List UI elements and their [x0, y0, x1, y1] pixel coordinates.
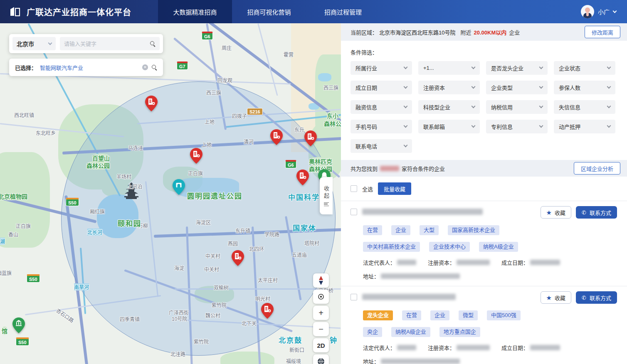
info-label: 注册资本： [428, 344, 455, 352]
search-icon[interactable] [150, 41, 156, 47]
map-search-card: 北京市 [9, 34, 163, 53]
region-prefix: 当前区域： [351, 28, 378, 36]
select-all-checkbox[interactable] [351, 185, 357, 192]
filter-dropdown[interactable]: 动产抵押 [554, 120, 615, 133]
selected-industry-value: 智能网联汽车产业 [40, 64, 139, 71]
mode-2d-button[interactable]: 2D [313, 338, 329, 352]
chevron-down-icon [607, 65, 611, 69]
nav-tab-1[interactable]: 大数据精准招商 [158, 0, 232, 23]
chevron-down-icon [539, 124, 543, 128]
red-map-pin[interactable] [304, 130, 317, 146]
company-address-row: 地址： [363, 272, 617, 280]
select-all-row: 全选 批量收藏 [341, 177, 627, 201]
contact-button[interactable]: ✆联系方式 [576, 206, 617, 219]
filter-dropdown[interactable]: 联系电话 [351, 139, 412, 153]
filter-section-title: 条件筛选： [341, 41, 627, 61]
edit-distance-button[interactable]: 修改距离 [585, 26, 620, 38]
filter-dropdown[interactable]: 企业类型 [486, 81, 548, 94]
filter-dropdown[interactable]: 科技型企业 [418, 100, 480, 114]
road-shield: S216 [247, 108, 263, 115]
city-select[interactable]: 北京市 [12, 37, 56, 50]
map-label-park: 馆 [2, 327, 7, 335]
red-map-pin[interactable] [261, 303, 274, 319]
filter-dropdown[interactable]: 所属行业 [351, 61, 412, 75]
company-tag: 微型 [459, 310, 478, 320]
region-address: 北京市海淀区西北旺东路10号院 [379, 28, 455, 36]
chevron-down-icon [539, 104, 543, 108]
filter-dropdown[interactable]: 参保人数 [554, 81, 615, 94]
company-tag: 企业技术中心 [429, 242, 470, 252]
filter-dropdown[interactable]: 联系邮箱 [418, 120, 480, 133]
region-near: 附近 [460, 28, 471, 36]
info-value-blurred [530, 260, 560, 265]
filter-dropdown[interactable]: 专利信息 [486, 120, 548, 133]
chevron-down-icon [471, 104, 476, 108]
compass-button[interactable] [313, 273, 329, 288]
batch-favorite-button[interactable]: 批量收藏 [378, 182, 411, 195]
collapse-panel-tab[interactable]: 收起 [320, 177, 333, 214]
filter-dropdown[interactable]: 注册资本 [418, 81, 480, 94]
filter-label: 专利信息 [491, 123, 513, 130]
filter-dropdown[interactable]: 纳税信用 [486, 100, 548, 114]
company-checkbox[interactable] [351, 294, 357, 300]
globe-button[interactable] [313, 354, 329, 364]
filter-label: 所属行业 [355, 64, 377, 72]
nav-tab-2[interactable]: 招商可视化营销 [232, 0, 306, 23]
filter-dropdown[interactable]: 手机号码 [351, 120, 412, 133]
filter-dropdown[interactable]: +1... [418, 61, 480, 75]
favorite-button[interactable]: ★收藏 [541, 206, 571, 219]
phone-icon: ✆ [581, 295, 587, 301]
favorite-label: 收藏 [555, 294, 565, 302]
company-info-item: 注册资本： [428, 258, 490, 266]
museum-map-pin[interactable] [12, 317, 25, 333]
filter-dropdown[interactable]: 企业状态 [554, 61, 615, 75]
red-map-pin[interactable] [145, 96, 158, 111]
keyword-input[interactable] [64, 41, 150, 47]
region-analysis-button[interactable]: 区域企业分析 [574, 162, 620, 175]
teal-map-pin[interactable] [173, 179, 185, 195]
map-label-poi: 钟 [330, 334, 338, 345]
info-value-blurred [457, 260, 490, 265]
favorite-label: 收藏 [555, 209, 565, 216]
clear-selection-icon[interactable]: ✕ [142, 64, 148, 70]
filter-dropdown[interactable]: 失信信息 [554, 100, 615, 114]
nav-tab-3[interactable]: 招商过程管理 [306, 0, 380, 23]
map-lake [318, 73, 331, 81]
zoom-in-button[interactable]: + [313, 306, 329, 320]
red-map-pin[interactable] [296, 170, 309, 185]
map-canvas[interactable]: 周庄霍营回龙观西三旗西三旗四拨子上地上地马连洼西北旺镇东北旺乡清河东升羊场村上河… [0, 23, 341, 364]
filter-dropdown[interactable]: 融资信息 [351, 100, 412, 114]
red-map-pin[interactable] [270, 129, 283, 145]
favorite-button[interactable]: ★收藏 [541, 291, 571, 304]
map-label-town: 福绥境 [286, 357, 301, 364]
contact-button[interactable]: ✆联系方式 [576, 291, 617, 304]
contact-label: 联系方式 [590, 294, 611, 302]
map-controls: +−2D [313, 273, 329, 364]
contact-label: 联系方式 [590, 209, 611, 216]
map-label-poi: 北京鼓 [279, 334, 302, 345]
red-map-pin[interactable] [190, 148, 202, 164]
chevron-down-icon [404, 104, 408, 108]
company-card-header: ★收藏✆联系方式 [351, 291, 617, 304]
filter-dropdown[interactable]: 是否龙头企业 [486, 61, 548, 75]
leading-company-tag: 龙头企业 [363, 310, 393, 320]
red-map-pin[interactable] [232, 250, 244, 266]
user-area[interactable]: 小广 [581, 0, 616, 23]
results-panel: 当前区域： 北京市海淀区西北旺东路10号院 附近 20.00KM以内 企业 修改… [341, 23, 627, 364]
chevron-down-icon[interactable] [613, 9, 617, 13]
map-label-town: 东北旺乡 [36, 129, 56, 136]
filter-dropdown[interactable]: 成立日期 [351, 81, 412, 94]
search-icon[interactable] [151, 64, 157, 70]
info-label: 法定代表人： [363, 258, 395, 266]
zoom-out-button[interactable]: − [313, 322, 329, 336]
chevron-down-icon [48, 41, 52, 45]
region-suffix: 企业 [509, 28, 520, 36]
brand: 广联达产业招商一体化平台 [0, 5, 158, 18]
company-checkbox[interactable] [351, 209, 357, 215]
filter-label: 动产抵押 [559, 123, 580, 130]
company-card: ★收藏✆联系方式在营企业大型国家高新技术企业中关村高新技术企业企业技术中心纳税A… [341, 201, 627, 286]
locate-button[interactable] [313, 290, 329, 304]
road-shield: S50 [27, 274, 40, 283]
filter-label: 联系邮箱 [423, 123, 445, 130]
filter-label: 失信信息 [559, 103, 580, 111]
